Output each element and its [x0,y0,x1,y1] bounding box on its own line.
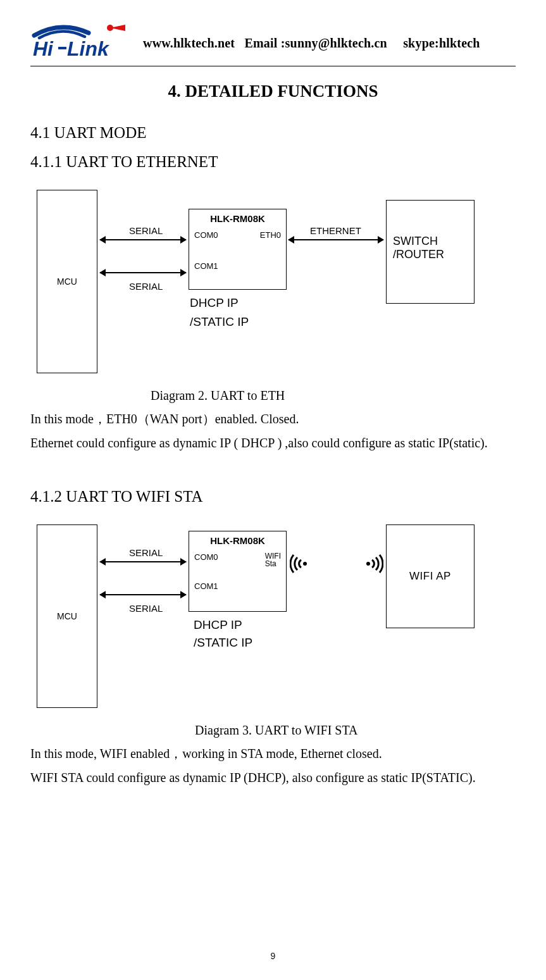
chapter-title: 4. DETAILED FUNCTIONS [30,82,516,101]
section-4-1-2: 4.1.2 UART TO WIFI STA [30,488,516,506]
diag2-module-title: HLK-RM08K [194,535,281,546]
diag1-module-box: HLK-RM08K COM0 ETH0 COM1 [189,209,287,290]
diag2-arrow-serial-bottom [100,594,186,595]
diag1-serial-label-top: SERIAL [129,225,163,236]
diag2-serial-label-bottom: SERIAL [129,603,163,614]
diag2-wifiap-label: WIFI AP [409,570,451,583]
diag1-mcu-box: MCU [37,190,97,373]
diag1-static-label: /STATIC IP [190,315,249,329]
diag1-arrow-serial-top [100,239,186,240]
header-divider [30,66,516,66]
svg-text:Link: Link [67,37,110,60]
diag2-sta-text: Sta [265,559,276,568]
header-contact: www.hlktech.net Email :sunny@hlktech.cn … [143,36,480,51]
diag2-static-label: /STATIC IP [194,636,252,650]
svg-point-4 [303,562,307,566]
diag2-wifi-sta-label: WIFI Sta [265,552,281,568]
diag2-mcu-label: MCU [57,611,77,621]
diag2-wifiap-box: WIFI AP [386,524,475,628]
svg-rect-2 [58,47,66,49]
diag1-dhcp-label: DHCP IP [190,296,239,310]
diag1-com0-label: COM0 [194,230,218,240]
diag1-switch-label: SWITCH [393,235,438,248]
diag1-module-title: HLK-RM08K [194,213,281,224]
para-4-1-2-b: WIFI STA could configure as dynamic IP (… [30,766,516,790]
diag1-serial-label-bottom: SERIAL [129,281,163,292]
diag1-switch-box: SWITCH /ROUTER [386,200,475,304]
diag2-module-box: HLK-RM08K COM0 WIFI Sta COM1 [189,531,287,612]
page-number: 9 [0,951,546,961]
para-4-1-1-b: Ethernet could configure as dynamic IP (… [30,431,516,455]
header-website: www.hlktech.net [143,36,235,50]
diagram1-caption: Diagram 2. UART to ETH [30,388,516,403]
diag1-arrow-ethernet [289,239,383,240]
svg-text:Hi: Hi [33,37,54,60]
diag2-mcu-box: MCU [37,524,97,708]
diag1-com1-label: COM1 [194,261,218,271]
diag1-ethernet-label: ETHERNET [310,225,361,236]
para-4-1-2-a: In this mode, WIFI enabled，working in ST… [30,741,516,766]
section-4-1-1: 4.1.1 UART TO ETHERNET [30,153,516,171]
diag2-dhcp-label: DHCP IP [194,618,242,632]
diag2-serial-label-top: SERIAL [129,547,163,558]
svg-point-5 [366,562,370,566]
diag1-arrow-serial-bottom [100,272,186,273]
diag2-com0-label: COM0 [194,552,218,568]
section-4-1: 4.1 UART MODE [30,124,516,142]
hilink-logo: Hi Link [30,24,132,62]
diag2-com1-label: COM1 [194,581,218,591]
header-skype: skype:hlktech [403,36,480,50]
header-email: Email :sunny@hlktech.cn [244,36,387,50]
diagram-uart-to-eth: MCU HLK-RM08K COM0 ETH0 COM1 SWITCH /ROU… [30,190,516,373]
wifi-signal-icon [290,552,313,575]
diag1-eth0-label: ETH0 [260,230,281,240]
diagram2-caption: Diagram 3. UART to WIFI STA [30,723,516,738]
para-4-1-1-a: In this mode，ETH0（WAN port）enabled. Clos… [30,407,516,431]
diag1-router-label: /ROUTER [393,248,444,261]
diag1-mcu-label: MCU [57,276,77,287]
diag2-arrow-serial-top [100,561,186,562]
page-header: Hi Link www.hlktech.net Email :sunny@hlk… [30,24,516,62]
diagram-uart-to-wifi-sta: MCU HLK-RM08K COM0 WIFI Sta COM1 WIFI AP… [30,524,516,708]
wifi-signal-icon [361,552,383,575]
